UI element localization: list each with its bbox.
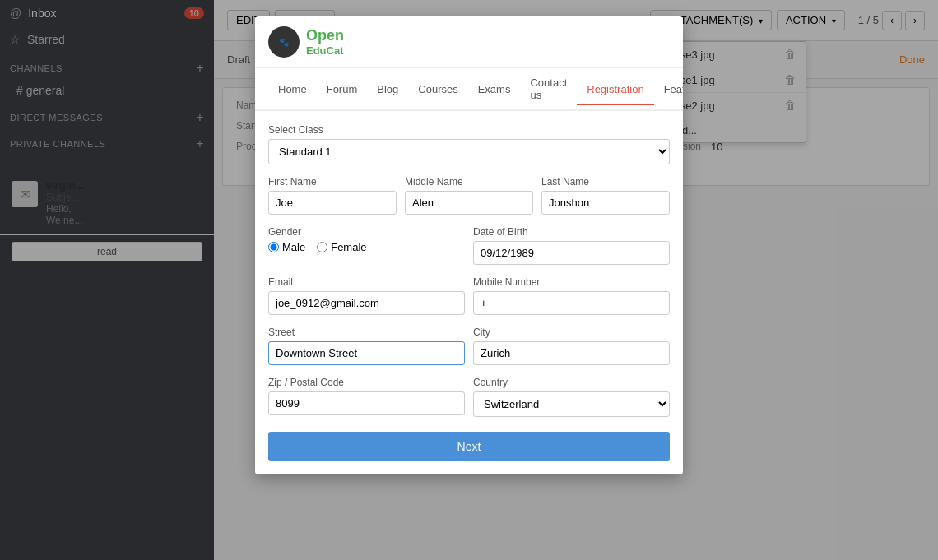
gender-radio-group: Male Female xyxy=(268,241,465,253)
gender-male-text: Male xyxy=(282,241,305,253)
modal-nav: Home Forum Blog Courses Exams Contact us… xyxy=(255,68,683,111)
logo-text-area: Open EduCat xyxy=(306,27,344,57)
zip-input[interactable] xyxy=(268,391,465,415)
gender-dob-row: Gender Male Female xyxy=(268,226,670,265)
city-input[interactable] xyxy=(473,341,670,365)
zip-country-group: Zip / Postal Code Country Switzerland xyxy=(268,377,670,417)
select-class-label: Select Class xyxy=(268,124,670,136)
nav-blog[interactable]: Blog xyxy=(367,75,408,105)
mobile-input[interactable] xyxy=(473,291,670,315)
mobile-col: Mobile Number xyxy=(473,276,670,315)
gender-female-radio[interactable] xyxy=(317,242,327,252)
last-name-col: Last Name xyxy=(541,176,670,215)
street-city-group: Street City xyxy=(268,326,670,365)
name-group: First Name Middle Name Last Name xyxy=(268,176,670,215)
nav-registration[interactable]: Registration xyxy=(577,75,653,105)
next-button[interactable]: Next xyxy=(268,432,670,461)
modal-form-body: Select Class Standard 1 First Name Middl… xyxy=(255,111,683,474)
city-col: City xyxy=(473,326,670,365)
nav-forum[interactable]: Forum xyxy=(317,75,368,105)
modal-logo: 🐾 Open EduCat xyxy=(268,26,344,58)
nav-home[interactable]: Home xyxy=(268,75,317,105)
modal-overlay: 🐾 Open EduCat Home Forum Blog Courses Ex… xyxy=(0,0,938,560)
first-name-col: First Name xyxy=(268,176,397,215)
gender-male-option[interactable]: Male xyxy=(268,241,305,253)
street-city-row: Street City xyxy=(268,326,670,365)
name-row: First Name Middle Name Last Name xyxy=(268,176,670,215)
email-label: Email xyxy=(268,276,465,288)
gender-male-radio[interactable] xyxy=(268,242,279,252)
select-class-group: Select Class Standard 1 xyxy=(268,124,670,164)
dob-label: Date of Birth xyxy=(473,226,670,238)
gender-dob-group: Gender Male Female xyxy=(268,226,670,265)
modal-header: 🐾 Open EduCat xyxy=(255,16,683,68)
street-input[interactable] xyxy=(268,341,465,365)
zip-country-row: Zip / Postal Code Country Switzerland xyxy=(268,377,670,417)
dob-input[interactable] xyxy=(473,241,670,265)
first-name-input[interactable] xyxy=(268,191,397,215)
dob-col: Date of Birth xyxy=(473,226,670,265)
last-name-input[interactable] xyxy=(541,191,670,215)
street-col: Street xyxy=(268,326,465,365)
nav-features[interactable]: Features xyxy=(654,75,683,105)
email-mobile-group: Email Mobile Number xyxy=(268,276,670,315)
open-text: Open xyxy=(306,27,344,44)
logo-brand: Open xyxy=(306,27,344,44)
zip-label: Zip / Postal Code xyxy=(268,377,465,388)
logo-icon: 🐾 xyxy=(279,38,289,47)
street-label: Street xyxy=(268,326,465,338)
zip-col: Zip / Postal Code xyxy=(268,377,465,417)
city-label: City xyxy=(473,326,670,338)
country-col: Country Switzerland xyxy=(473,377,670,417)
select-class-input[interactable]: Standard 1 xyxy=(268,139,670,164)
email-input[interactable] xyxy=(268,291,465,315)
gender-col: Gender Male Female xyxy=(268,226,465,265)
middle-name-col: Middle Name xyxy=(405,176,533,215)
mobile-label: Mobile Number xyxy=(473,276,670,288)
nav-exams[interactable]: Exams xyxy=(468,75,521,105)
middle-name-input[interactable] xyxy=(405,191,533,215)
gender-female-text: Female xyxy=(331,241,366,253)
email-col: Email xyxy=(268,276,465,315)
country-select[interactable]: Switzerland xyxy=(473,391,670,417)
middle-name-label: Middle Name xyxy=(405,176,533,187)
nav-contact[interactable]: Contact us xyxy=(520,68,577,111)
email-mobile-row: Email Mobile Number xyxy=(268,276,670,315)
first-name-label: First Name xyxy=(268,176,397,187)
registration-modal: 🐾 Open EduCat Home Forum Blog Courses Ex… xyxy=(255,16,683,474)
educat-text: EduCat xyxy=(306,44,344,57)
logo-image: 🐾 xyxy=(268,26,300,58)
gender-label: Gender xyxy=(268,226,465,238)
country-label: Country xyxy=(473,377,670,388)
last-name-label: Last Name xyxy=(541,176,670,187)
nav-courses[interactable]: Courses xyxy=(408,75,467,105)
gender-female-option[interactable]: Female xyxy=(317,241,366,253)
